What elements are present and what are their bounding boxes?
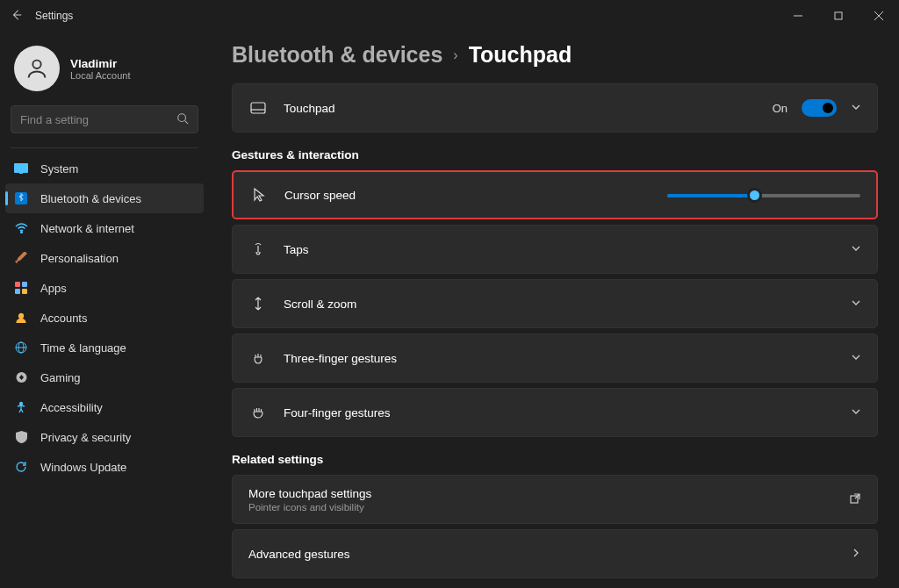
- search-icon: [176, 112, 189, 127]
- taps-row[interactable]: Taps: [232, 225, 878, 274]
- touchpad-toggle[interactable]: [802, 99, 837, 117]
- window-title: Settings: [35, 10, 73, 22]
- four-finger-label: Four-finger gestures: [284, 406, 851, 419]
- sidebar-item-privacy[interactable]: Privacy & security: [5, 422, 204, 452]
- touchpad-icon: [248, 102, 268, 114]
- cursor-speed-slider[interactable]: [667, 186, 860, 204]
- sidebar-item-label: Accessibility: [40, 401, 103, 414]
- titlebar: Settings: [0, 0, 899, 32]
- svg-rect-21: [251, 103, 265, 113]
- more-touchpad-row[interactable]: More touchpad settings Pointer icons and…: [232, 475, 878, 524]
- maximize-button[interactable]: [818, 0, 859, 32]
- brush-icon: [14, 251, 28, 265]
- nav-list: System Bluetooth & devices Network & int…: [0, 154, 209, 482]
- sidebar-item-bluetooth[interactable]: Bluetooth & devices: [5, 183, 204, 213]
- svg-rect-1: [835, 12, 842, 19]
- taps-label: Taps: [284, 243, 851, 256]
- svg-point-20: [20, 403, 23, 405]
- svg-rect-14: [22, 289, 27, 294]
- svg-point-15: [19, 314, 24, 319]
- page-title: Touchpad: [469, 42, 572, 68]
- chevron-right-icon: ›: [453, 47, 457, 63]
- svg-point-4: [32, 61, 40, 68]
- svg-line-6: [185, 120, 189, 124]
- sidebar-item-gaming[interactable]: Gaming: [5, 362, 204, 392]
- tap-icon: [248, 242, 268, 256]
- avatar: [14, 46, 60, 91]
- four-finger-icon: [248, 405, 268, 419]
- globe-icon: [14, 341, 28, 355]
- search-input[interactable]: [20, 113, 176, 126]
- scroll-zoom-row[interactable]: Scroll & zoom: [232, 279, 878, 328]
- breadcrumb-parent[interactable]: Bluetooth & devices: [232, 42, 442, 68]
- accessibility-icon: [14, 400, 28, 414]
- cursor-icon: [249, 188, 269, 202]
- search-box[interactable]: [11, 105, 198, 133]
- slider-fill: [667, 194, 754, 197]
- sidebar-item-accounts[interactable]: Accounts: [5, 303, 204, 333]
- svg-rect-13: [15, 289, 20, 294]
- update-icon: [14, 460, 28, 474]
- chevron-down-icon: [851, 243, 861, 256]
- three-finger-icon: [248, 351, 268, 365]
- advanced-gestures-row[interactable]: Advanced gestures: [232, 529, 878, 578]
- chevron-right-icon: [851, 548, 861, 561]
- user-profile[interactable]: Vladimir Local Account: [0, 39, 209, 105]
- four-finger-row[interactable]: Four-finger gestures: [232, 388, 878, 437]
- sidebar-item-label: Personalisation: [40, 252, 119, 265]
- section-related-title: Related settings: [232, 453, 878, 466]
- sidebar-item-system[interactable]: System: [5, 154, 204, 183]
- sidebar-item-label: System: [40, 162, 78, 176]
- chevron-down-icon[interactable]: [851, 102, 861, 115]
- sidebar: Vladimir Local Account System Bluetoot: [0, 32, 209, 588]
- advanced-gestures-label: Advanced gestures: [248, 548, 851, 561]
- back-button[interactable]: [11, 9, 23, 24]
- more-touchpad-label: More touchpad settings: [248, 487, 849, 500]
- minimize-button[interactable]: [778, 0, 818, 32]
- slider-thumb[interactable]: [747, 188, 762, 203]
- sidebar-item-label: Bluetooth & devices: [40, 192, 141, 205]
- divider: [11, 147, 198, 148]
- cursor-speed-row: Cursor speed: [232, 170, 878, 219]
- chevron-down-icon: [851, 298, 861, 311]
- scroll-zoom-label: Scroll & zoom: [284, 298, 851, 311]
- sidebar-item-update[interactable]: Windows Update: [5, 452, 204, 482]
- bluetooth-icon: [14, 191, 28, 205]
- sidebar-item-label: Gaming: [40, 371, 81, 384]
- open-external-icon: [849, 492, 861, 507]
- svg-rect-7: [14, 163, 28, 173]
- user-account-type: Local Account: [70, 70, 131, 81]
- content: Bluetooth & devices › Touchpad Touchpad …: [209, 32, 899, 588]
- sidebar-item-time[interactable]: Time & language: [5, 333, 204, 362]
- section-gestures-title: Gestures & interaction: [232, 148, 878, 161]
- sidebar-item-label: Apps: [40, 282, 67, 295]
- breadcrumb: Bluetooth & devices › Touchpad: [232, 42, 878, 68]
- scroll-icon: [248, 297, 268, 311]
- close-button[interactable]: [859, 0, 899, 32]
- sidebar-item-network[interactable]: Network & internet: [5, 213, 204, 243]
- sidebar-item-label: Network & internet: [40, 222, 134, 235]
- sidebar-item-apps[interactable]: Apps: [5, 273, 204, 303]
- touchpad-label: Touchpad: [284, 102, 773, 115]
- gamepad-icon: [14, 370, 28, 384]
- toggle-state-text: On: [773, 102, 788, 115]
- sidebar-item-label: Privacy & security: [40, 431, 131, 444]
- touchpad-toggle-row[interactable]: Touchpad On: [232, 83, 878, 133]
- wifi-icon: [14, 221, 28, 235]
- three-finger-label: Three-finger gestures: [284, 352, 851, 365]
- svg-rect-8: [19, 173, 23, 174]
- sidebar-item-personalisation[interactable]: Personalisation: [5, 243, 204, 273]
- svg-point-5: [178, 113, 186, 121]
- sidebar-item-label: Time & language: [40, 341, 126, 355]
- chevron-down-icon: [851, 352, 861, 365]
- sidebar-item-label: Windows Update: [40, 461, 126, 474]
- person-icon: [14, 311, 28, 325]
- sidebar-item-accessibility[interactable]: Accessibility: [5, 392, 204, 422]
- svg-point-10: [20, 232, 22, 233]
- svg-rect-11: [15, 282, 20, 287]
- user-name: Vladimir: [70, 57, 131, 70]
- sidebar-item-label: Accounts: [40, 312, 87, 325]
- display-icon: [14, 161, 28, 176]
- apps-icon: [14, 281, 28, 295]
- three-finger-row[interactable]: Three-finger gestures: [232, 333, 878, 383]
